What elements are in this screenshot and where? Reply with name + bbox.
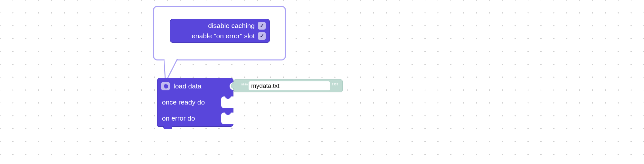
next-connector[interactable] bbox=[163, 126, 172, 129]
open-quote-icon: ““ bbox=[240, 84, 249, 88]
block-header-row: load data bbox=[157, 78, 233, 94]
mutator-option-label: disable caching bbox=[208, 22, 255, 29]
blockly-canvas[interactable]: disable caching ✓ enable "on error" slot… bbox=[0, 0, 644, 164]
once-ready-row: once ready do bbox=[157, 94, 233, 110]
once-ready-label: once ready do bbox=[162, 98, 205, 106]
load-data-label: load data bbox=[174, 82, 201, 90]
statement-slot-error[interactable] bbox=[221, 110, 233, 126]
close-quote-icon: ”” bbox=[330, 84, 339, 88]
on-error-label: on error do bbox=[162, 114, 195, 122]
string-literal-block[interactable]: ““ ”” bbox=[233, 79, 343, 92]
check-icon: ✓ bbox=[260, 33, 264, 39]
gear-icon[interactable] bbox=[161, 82, 170, 90]
checkbox-disable-caching[interactable]: ✓ bbox=[258, 22, 266, 30]
mutator-option-disable-caching: disable caching ✓ bbox=[170, 21, 270, 31]
load-data-block[interactable]: load data once ready do on error do bbox=[157, 78, 233, 127]
statement-slot-ready[interactable] bbox=[221, 94, 233, 110]
mutator-option-label: enable "on error" slot bbox=[192, 32, 255, 40]
mutator-options-block[interactable]: disable caching ✓ enable "on error" slot… bbox=[170, 19, 270, 43]
string-value-input[interactable] bbox=[249, 81, 330, 90]
mutator-popup: disable caching ✓ enable "on error" slot… bbox=[153, 6, 286, 60]
on-error-row: on error do bbox=[157, 110, 233, 126]
check-icon: ✓ bbox=[260, 23, 264, 29]
checkbox-on-error-slot[interactable]: ✓ bbox=[258, 32, 266, 40]
mutator-option-on-error-slot: enable "on error" slot ✓ bbox=[170, 31, 270, 41]
output-connector bbox=[231, 83, 237, 89]
